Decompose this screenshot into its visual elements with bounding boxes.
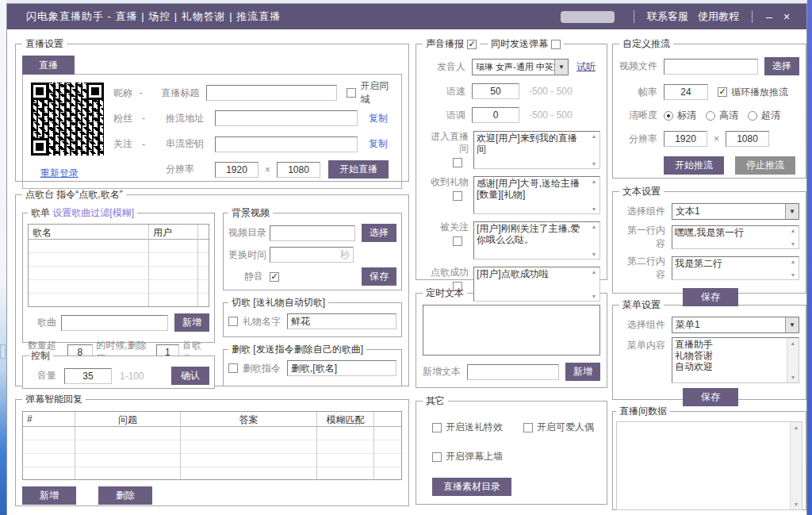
loop-stream-checkbox[interactable] xyxy=(718,87,727,97)
pitch-input[interactable]: 0 xyxy=(472,107,519,123)
gift-received-checkbox[interactable] xyxy=(453,191,462,201)
spin-up-icon[interactable]: ▲ xyxy=(791,259,796,264)
copy-stream-key-link[interactable]: 复制 xyxy=(369,137,388,151)
column-header-answer[interactable]: 答案 xyxy=(181,412,316,427)
mute-checkbox[interactable] xyxy=(270,272,279,282)
spin-up-icon[interactable]: ▲ xyxy=(791,228,796,233)
fps-input[interactable]: 24 xyxy=(664,84,708,100)
contact-support-link[interactable]: 联系客服 xyxy=(647,10,688,24)
cut-song-checkbox[interactable] xyxy=(228,317,238,326)
scroll-down-icon[interactable]: ▼ xyxy=(592,294,597,299)
danmu-delete-button[interactable]: 删除 xyxy=(98,486,152,505)
copy-push-url-link[interactable]: 复制 xyxy=(369,112,388,125)
danmu-reply-table[interactable]: # 问题 答案 模糊匹配 xyxy=(22,411,402,480)
scroll-up-icon[interactable]: ▲ xyxy=(592,179,597,184)
gift-effect-checkbox[interactable] xyxy=(432,423,442,432)
spin-down-icon[interactable]: ▼ xyxy=(791,272,796,278)
live-title-input[interactable] xyxy=(206,85,337,101)
tutorial-link[interactable]: 使用教程 xyxy=(698,10,739,24)
gift-received-text[interactable]: 感谢[用户]大哥,送给主播[数量][礼物] ▲▼ xyxy=(473,176,600,214)
video-dir-input[interactable] xyxy=(270,225,355,241)
minimize-button[interactable]: – xyxy=(760,10,778,23)
title-bar[interactable]: 闪电象直播助手 - 直播 | 场控 | 礼物答谢 | 推流直播 联系客服 使用教… xyxy=(7,4,806,29)
menu-component-select[interactable]: 菜单1 ▼ xyxy=(672,317,799,333)
column-header-index[interactable]: # xyxy=(23,412,75,427)
material-dir-button[interactable]: 直播素材目录 xyxy=(432,478,511,496)
text-settings-save-button[interactable]: 保存 xyxy=(683,288,738,306)
chevron-down-icon[interactable]: ▼ xyxy=(785,204,799,219)
new-text-input[interactable] xyxy=(467,364,559,380)
column-header-user[interactable]: 用户 xyxy=(149,225,197,240)
del-cmd-input[interactable]: 删歌,[歌名] xyxy=(287,360,396,376)
gift-name-input[interactable]: 鲜花 xyxy=(287,313,396,329)
stream-res-x: × xyxy=(714,133,719,144)
speaker-select[interactable]: 瑞琳 女声-通用 中英文 ▼ xyxy=(472,59,569,75)
volume-confirm-button[interactable]: 确认 xyxy=(171,367,209,385)
scroll-up-icon[interactable]: ▲ xyxy=(791,340,796,346)
followed-checkbox[interactable] xyxy=(453,236,462,246)
start-live-button[interactable]: 开始直播 xyxy=(328,160,389,179)
song-success-text[interactable]: [用户]点歌成功啦 ▲▼ xyxy=(473,267,600,302)
stream-res-height-input[interactable]: 1080 xyxy=(726,131,769,147)
followed-text[interactable]: [用户]刚刚关注了主播,爱你哦么么哒。 ▲▼ xyxy=(473,221,600,259)
quality-uhd-radio[interactable] xyxy=(748,111,757,121)
video-dir-choose-button[interactable]: 选择 xyxy=(362,224,396,242)
voice-broadcast-checkbox[interactable] xyxy=(467,40,477,49)
line1-input[interactable]: 嘿嘿,我是第一行 ▲▼ xyxy=(672,225,799,249)
listen-preview-link[interactable]: 试听 xyxy=(576,60,596,74)
song-input[interactable] xyxy=(61,315,168,331)
scroll-up-icon[interactable]: ▲ xyxy=(592,269,597,275)
video-file-choose-button[interactable]: 选择 xyxy=(764,57,799,75)
del-song-checkbox[interactable] xyxy=(228,363,238,373)
enter-room-text[interactable]: 欢迎[用户]来到我的直播间 ▲▼ xyxy=(473,131,600,169)
column-header-song[interactable]: 歌名 xyxy=(29,225,148,240)
also-danmu-checkbox[interactable] xyxy=(551,40,561,49)
scroll-down-icon[interactable]: ▼ xyxy=(592,252,597,257)
scroll-up-icon[interactable]: ▲ xyxy=(794,425,799,430)
push-url-input[interactable] xyxy=(215,110,358,126)
danmu-wall-checkbox[interactable] xyxy=(432,452,442,462)
menu-settings-save-button[interactable]: 保存 xyxy=(683,388,738,406)
stop-stream-button[interactable]: 停止推流 xyxy=(735,156,795,175)
scroll-down-icon[interactable]: ▼ xyxy=(592,206,597,212)
relogin-link[interactable]: 重新登录 xyxy=(40,167,79,180)
danmu-add-button[interactable]: 新增 xyxy=(22,486,76,505)
start-stream-button[interactable]: 开始推流 xyxy=(664,156,724,175)
close-button[interactable]: × xyxy=(778,10,795,23)
line2-input[interactable]: 我是第二行 ▲▼ xyxy=(672,256,799,280)
column-header-question[interactable]: 问题 xyxy=(75,412,180,427)
scroll-down-icon[interactable]: ▼ xyxy=(794,502,799,507)
timed-text-add-button[interactable]: 新增 xyxy=(565,363,600,381)
chevron-down-icon[interactable]: ▼ xyxy=(554,60,568,75)
playlist-table[interactable]: 歌名 用户 xyxy=(28,224,209,307)
enter-room-checkbox[interactable] xyxy=(453,158,462,167)
text-component-select[interactable]: 文本1 ▼ xyxy=(672,203,799,220)
timed-text-list[interactable] xyxy=(423,305,600,356)
chevron-down-icon[interactable]: ▼ xyxy=(785,317,799,332)
quality-hd-radio[interactable] xyxy=(706,111,715,121)
room-data-scrollbar[interactable]: ▲▼ xyxy=(790,422,802,509)
column-header-fuzzy[interactable]: 模糊匹配 xyxy=(317,412,373,427)
room-data-panel[interactable]: ▲▼ xyxy=(616,421,802,510)
menu-content-textarea[interactable]: 直播助手 礼物答谢 自动欢迎 ▲▼ xyxy=(672,337,799,383)
volume-input[interactable]: 35 xyxy=(64,368,112,384)
scroll-up-icon[interactable]: ▲ xyxy=(592,224,597,229)
spin-down-icon[interactable]: ▼ xyxy=(791,241,796,247)
interval-input[interactable]: 秒 xyxy=(270,247,354,263)
add-song-button[interactable]: 新增 xyxy=(174,313,209,332)
stream-res-width-input[interactable]: 1920 xyxy=(664,131,707,147)
scroll-up-icon[interactable]: ▲ xyxy=(592,133,597,139)
song-filter-link[interactable]: 设置歌曲过滤[模糊] xyxy=(52,207,134,218)
video-file-input[interactable] xyxy=(664,59,758,75)
resolution-width-input[interactable]: 1920 xyxy=(215,162,259,178)
speed-input[interactable]: 50 xyxy=(472,83,519,99)
cute-avatar-checkbox[interactable] xyxy=(523,423,533,432)
bg-video-save-button[interactable]: 保存 xyxy=(362,267,396,286)
quality-sd-radio[interactable] xyxy=(664,111,673,121)
scroll-down-icon[interactable]: ▼ xyxy=(592,161,597,167)
resolution-height-input[interactable]: 1080 xyxy=(277,162,320,178)
scroll-down-icon[interactable]: ▼ xyxy=(791,375,796,380)
same-city-checkbox[interactable] xyxy=(347,88,356,98)
stream-key-input[interactable] xyxy=(215,136,358,152)
tab-live[interactable]: 直播 xyxy=(22,56,75,75)
